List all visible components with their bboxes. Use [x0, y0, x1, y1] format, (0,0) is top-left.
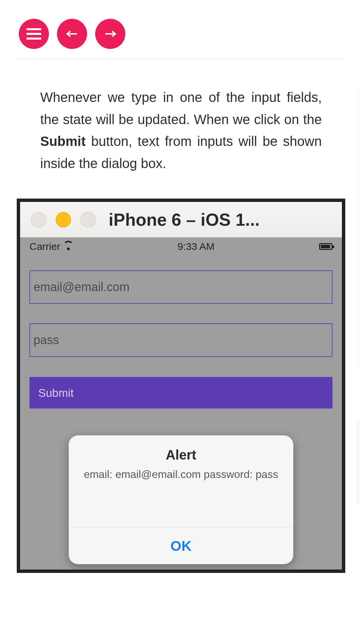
modal-overlay: Alert email: email@email.com password: p… [20, 237, 342, 570]
traffic-lights [31, 212, 96, 227]
alert-ok-button[interactable]: OK [69, 527, 293, 564]
alert-body: Alert email: email@email.com password: p… [69, 435, 293, 527]
prev-button[interactable] [57, 19, 87, 49]
menu-button[interactable] [19, 19, 49, 49]
svg-rect-1 [26, 33, 41, 35]
menu-icon [26, 28, 41, 40]
alert-ok-label: OK [171, 538, 192, 554]
traffic-light-zoom-icon[interactable] [80, 212, 96, 227]
traffic-light-minimize-icon[interactable] [56, 212, 71, 227]
arrow-left-icon [66, 31, 78, 37]
arrow-right-icon [105, 31, 116, 37]
scrollbar-track[interactable] [356, 421, 360, 505]
para-pre: Whenever we type in one of the input fie… [40, 90, 322, 127]
alert-message: email: email@email.com password: pass [82, 467, 280, 482]
scrollbar-track[interactable] [353, 86, 360, 368]
next-button[interactable] [95, 19, 125, 49]
top-nav [0, 0, 362, 49]
para-bold: Submit [40, 134, 86, 149]
svg-rect-0 [26, 28, 41, 30]
window-title: iPhone 6 – iOS 1... [109, 210, 334, 230]
simulator-window: iPhone 6 – iOS 1... Carrier 9:33 AM emai… [20, 202, 342, 570]
alert-dialog: Alert email: email@email.com password: p… [69, 435, 293, 564]
device-screen: Carrier 9:33 AM email@email.com pass Sub… [20, 237, 342, 570]
simulator-frame: iPhone 6 – iOS 1... Carrier 9:33 AM emai… [17, 199, 345, 573]
description-paragraph: Whenever we type in one of the input fie… [0, 60, 362, 174]
window-titlebar: iPhone 6 – iOS 1... [20, 202, 342, 237]
alert-title: Alert [82, 447, 280, 463]
traffic-light-close-icon[interactable] [31, 212, 46, 227]
svg-rect-2 [26, 38, 41, 40]
